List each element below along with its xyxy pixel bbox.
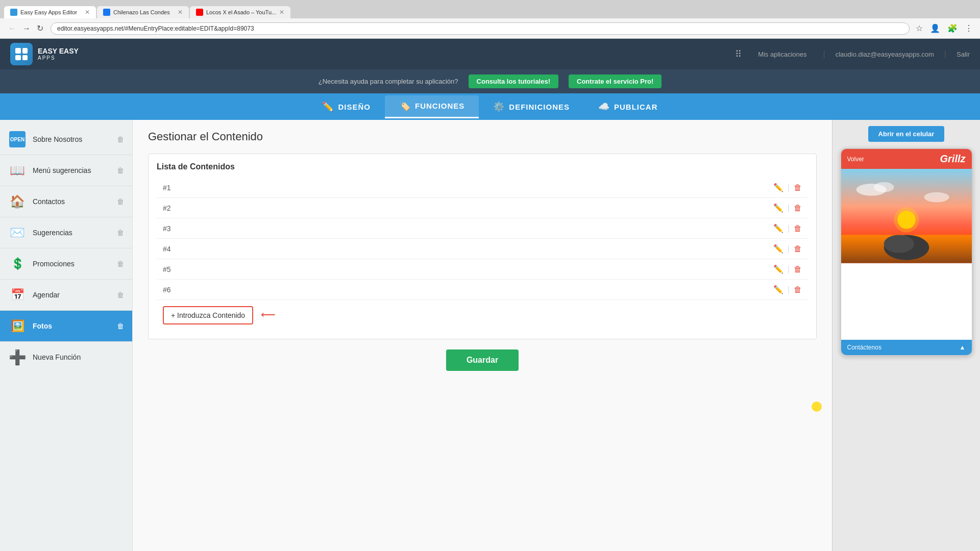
cursor-indicator xyxy=(812,402,822,412)
tutorials-button[interactable]: Consulta los tutoriales! xyxy=(469,74,558,88)
trash-agendar[interactable]: 🗑 xyxy=(117,291,124,299)
edit-btn-5[interactable]: ✏️ xyxy=(773,264,783,274)
delete-btn-4[interactable]: 🗑 xyxy=(794,244,802,254)
mis-aplicaciones-link[interactable]: Mis aplicaciones xyxy=(752,47,813,61)
back-button[interactable]: ← xyxy=(5,22,19,35)
sidebar-label-sobre-nosotros: Sobre Nosotros xyxy=(33,135,111,143)
sidebar-item-contactos[interactable]: 🏠 Contactos 🗑 xyxy=(0,186,132,217)
tab-chilenazo[interactable]: Chilenazo Las Condes ✕ xyxy=(97,6,189,18)
edit-btn-2[interactable]: ✏️ xyxy=(773,203,783,213)
extensions-btn[interactable]: 🧩 xyxy=(945,21,960,35)
contactos-icon: 🏠 xyxy=(8,192,27,211)
row-actions-5: ✏️ | 🗑 xyxy=(773,264,802,274)
refresh-button[interactable]: ↻ xyxy=(34,21,46,35)
sidebar-item-menu-sugerencias[interactable]: 📖 Menú sugerencias 🗑 xyxy=(0,155,132,186)
content-list-box: Lista de Contenidos #1 ✏️ | 🗑 #2 ✏️ | 🗑 xyxy=(148,154,817,339)
trash-sugerencias[interactable]: 🗑 xyxy=(117,229,124,237)
tab-youtube[interactable]: Locos X el Asado – YouTu... ✕ xyxy=(190,6,290,18)
sidebar-label-agendar: Agendar xyxy=(33,291,111,299)
arrow-hint: ⟵ xyxy=(261,309,276,320)
phone-content-area xyxy=(841,263,972,340)
sunset-svg xyxy=(841,169,972,263)
page-title: Gestionar el Contenido xyxy=(148,130,817,143)
svg-point-3 xyxy=(894,207,919,232)
sidebar-item-fotos[interactable]: 🖼️ Fotos 🗑 xyxy=(0,311,132,342)
tab-title-youtube: Locos X el Asado – YouTu... xyxy=(206,9,276,15)
row-actions-6: ✏️ | 🗑 xyxy=(773,285,802,294)
address-bar[interactable]: editor.easyeasyapps.net/#MenuEntryPlace:… xyxy=(51,22,910,35)
tab-close-3[interactable]: ✕ xyxy=(279,9,284,16)
delete-btn-5[interactable]: 🗑 xyxy=(794,265,802,274)
trash-menu-sugerencias[interactable]: 🗑 xyxy=(117,166,124,174)
content-row-3: #3 ✏️ | 🗑 xyxy=(157,218,808,239)
promociones-icon: 💲 xyxy=(8,255,27,273)
tab-funciones[interactable]: 🏷️ FUNCIONES xyxy=(385,95,479,118)
sidebar-item-agendar[interactable]: 📅 Agendar 🗑 xyxy=(0,280,132,311)
trash-sobre-nosotros[interactable]: 🗑 xyxy=(117,135,124,143)
sidebar-item-sobre-nosotros[interactable]: OPEN Sobre Nosotros 🗑 xyxy=(0,124,132,155)
fotos-icon: 🖼️ xyxy=(8,317,27,335)
row-actions-2: ✏️ | 🗑 xyxy=(773,203,802,213)
tab-publicar[interactable]: ☁️ PUBLICAR xyxy=(584,96,672,117)
phone-logo: Grillz xyxy=(940,153,965,165)
user-email: claudio.diaz@easyeasyapps.com xyxy=(836,51,934,58)
menu-sugerencias-icon: 📖 xyxy=(8,161,27,180)
divider-6: | xyxy=(788,285,790,294)
delete-btn-1[interactable]: 🗑 xyxy=(794,183,802,192)
agendar-icon: 📅 xyxy=(8,286,27,304)
add-content-row: + Introduzca Contenido ⟵ xyxy=(157,300,808,331)
tab-definiciones[interactable]: ⚙️ DEFINICIONES xyxy=(479,96,584,117)
delete-btn-2[interactable]: 🗑 xyxy=(794,204,802,213)
sugerencias-icon: ✉️ xyxy=(8,223,27,242)
row-actions-1: ✏️ | 🗑 xyxy=(773,183,802,192)
content-label-1: #1 xyxy=(163,184,773,192)
content-label-3: #3 xyxy=(163,224,773,233)
content-label-5: #5 xyxy=(163,265,773,273)
open-mobile-button[interactable]: Abrir en el celular xyxy=(868,126,945,142)
divider-3: | xyxy=(788,224,790,233)
tab-close-1[interactable]: ✕ xyxy=(85,9,90,16)
bookmark-btn[interactable]: ☆ xyxy=(914,21,925,35)
sidebar-item-nueva-funcion[interactable]: ➕ Nueva Función xyxy=(0,342,132,372)
phone-preview: Volver Grillz xyxy=(840,148,973,356)
add-content-button[interactable]: + Introduzca Contenido xyxy=(163,306,253,324)
sidebar-item-promociones[interactable]: 💲 Promociones 🗑 xyxy=(0,248,132,280)
content-label-6: #6 xyxy=(163,286,773,294)
tab-easyeasyapps[interactable]: Easy Easy Apps Editor ✕ xyxy=(4,6,96,18)
help-bar: ¿Necesita ayuda para completar su aplica… xyxy=(0,69,980,93)
content-row-2: #2 ✏️ | 🗑 xyxy=(157,198,808,218)
logout-button[interactable]: Salir xyxy=(957,51,970,58)
phone-bottom-bar[interactable]: Contáctenos ▲ xyxy=(841,340,972,355)
tab-publicar-label: PUBLICAR xyxy=(614,103,658,111)
save-button[interactable]: Guardar xyxy=(446,349,519,371)
tab-diseno[interactable]: ✏️ DISEÑO xyxy=(308,96,385,117)
edit-btn-6[interactable]: ✏️ xyxy=(773,285,783,294)
logo-text: EASY EASY APPS xyxy=(38,47,79,61)
logo-icon xyxy=(10,43,33,65)
phone-back-button[interactable]: Volver xyxy=(847,156,864,163)
sidebar-label-contactos: Contactos xyxy=(33,197,111,206)
tab-close-2[interactable]: ✕ xyxy=(178,9,183,16)
trash-fotos[interactable]: 🗑 xyxy=(117,322,124,330)
trash-contactos[interactable]: 🗑 xyxy=(117,197,124,206)
pro-button[interactable]: Contrate el servicio Pro! xyxy=(569,74,662,88)
delete-btn-3[interactable]: 🗑 xyxy=(794,224,802,233)
menu-btn[interactable]: ⋮ xyxy=(963,21,975,35)
sidebar: OPEN Sobre Nosotros 🗑 📖 Menú sugerencias… xyxy=(0,120,133,551)
definiciones-icon: ⚙️ xyxy=(493,101,505,112)
apps-grid-icon[interactable]: ⠿ xyxy=(735,48,742,60)
row-actions-3: ✏️ | 🗑 xyxy=(773,223,802,233)
forward-button[interactable]: → xyxy=(19,22,34,35)
profile-btn[interactable]: 👤 xyxy=(928,21,942,35)
sidebar-item-sugerencias[interactable]: ✉️ Sugerencias 🗑 xyxy=(0,217,132,248)
edit-btn-1[interactable]: ✏️ xyxy=(773,183,783,192)
trash-promociones[interactable]: 🗑 xyxy=(117,260,124,268)
svg-point-6 xyxy=(884,235,914,253)
funciones-icon: 🏷️ xyxy=(399,101,411,112)
divider-4: | xyxy=(788,244,790,254)
edit-btn-4[interactable]: ✏️ xyxy=(773,244,783,254)
header-divider-1: | xyxy=(823,49,825,59)
edit-btn-3[interactable]: ✏️ xyxy=(773,223,783,233)
browser-tabs-bar: Easy Easy Apps Editor ✕ Chilenazo Las Co… xyxy=(0,0,980,18)
delete-btn-6[interactable]: 🗑 xyxy=(794,285,802,294)
